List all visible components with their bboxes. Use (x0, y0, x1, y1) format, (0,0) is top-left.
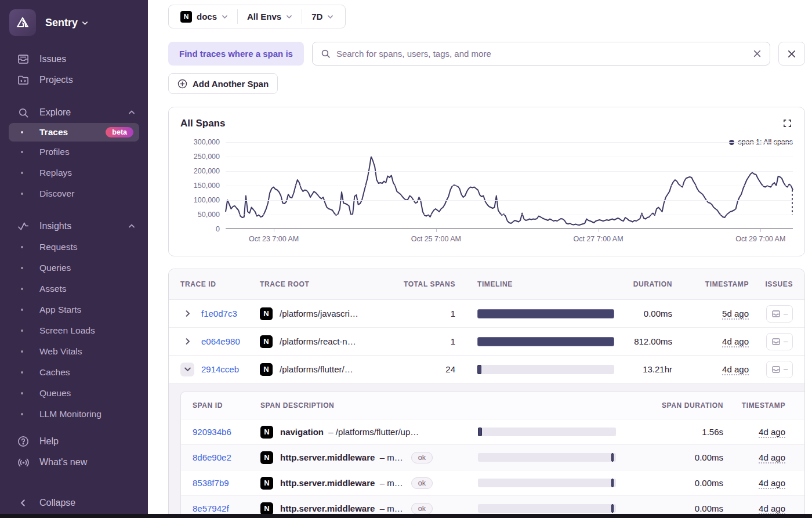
span-operation: navigation (280, 427, 324, 437)
y-axis-tick-label: 100,000 (194, 196, 220, 204)
span-timeline-cell (466, 453, 616, 462)
sidebar-item-assets[interactable]: Assets (0, 278, 148, 299)
sentry-logo-icon (9, 9, 36, 36)
expand-chart-icon[interactable] (782, 118, 793, 129)
sidebar-item-queries[interactable]: Queries (0, 258, 148, 278)
trace-id-link[interactable]: 2914cceb (201, 364, 239, 374)
timestamp-link[interactable]: 4d ago (759, 478, 785, 488)
close-icon (787, 49, 796, 59)
table-row: f1e0d7c3 N /platforms/javascri… 1 0.00ms… (169, 300, 804, 328)
gridline (226, 171, 793, 172)
status-badge: ok (411, 503, 433, 515)
y-axis-tick-label: 300,000 (194, 138, 220, 146)
expand-row-chevron-icon[interactable] (180, 307, 194, 321)
col-timeline: TIMELINE (455, 280, 614, 288)
issues-button[interactable]: – (766, 305, 793, 323)
bullet-icon (21, 309, 23, 311)
sidebar-section-insights[interactable]: Insights (0, 216, 148, 237)
span-id-link[interactable]: 920934b6 (193, 427, 231, 437)
sidebar-item-what-s-new[interactable]: What's new (0, 452, 148, 473)
sidebar-item-label: Projects (39, 75, 73, 85)
col-trace-root: TRACE ROOT (260, 280, 401, 288)
project-selector[interactable]: N docs (171, 9, 237, 24)
gridline (226, 186, 793, 186)
broadcast-icon (16, 457, 30, 469)
span-table: SPAN IDSPAN DESCRIPTIONSPAN DURATIONTIME… (180, 392, 804, 518)
add-another-span-button[interactable]: Add Another Span (168, 73, 278, 94)
span-search-input[interactable] (336, 49, 747, 59)
x-axis-tick (599, 229, 599, 232)
sidebar-item-help[interactable]: Help (0, 431, 148, 452)
date-range-selector[interactable]: 7D (302, 9, 343, 24)
gridline (226, 142, 793, 143)
issues-button[interactable]: – (766, 333, 793, 350)
timestamp-link[interactable]: 4d ago (759, 503, 785, 513)
col-timestamp: TIMESTAMP (672, 280, 749, 288)
sidebar-item-label: What's new (39, 457, 87, 468)
span-id-link[interactable]: 8538f7b9 (193, 478, 229, 488)
timestamp-link[interactable]: 4d ago (722, 364, 749, 374)
timestamp-link[interactable]: 5d ago (722, 309, 749, 318)
span-row: 8d6e90e2 N http.server.middleware – m… o… (181, 445, 804, 470)
chevron-down-icon (286, 13, 292, 20)
chart-y-axis: 300,000250,000200,000150,000100,00050,00… (180, 142, 226, 229)
org-switcher[interactable]: Sentry (0, 9, 148, 36)
sidebar-item-issues[interactable]: Issues (0, 49, 148, 70)
total-spans-value: 24 (401, 364, 455, 374)
issues-icon (771, 309, 781, 318)
nextjs-project-icon: N (260, 426, 273, 439)
trace-root: /platforms/react-n… (280, 336, 356, 346)
sidebar-item-discover[interactable]: Discover (0, 183, 148, 204)
sidebar-section-explore[interactable]: Explore (0, 102, 148, 123)
span-id-link[interactable]: 8e57942f (193, 503, 229, 513)
sidebar-item-traces[interactable]: Traces beta (9, 123, 139, 142)
sidebar-item-label: Queues (39, 388, 71, 399)
span-duration-value: 1.56s (616, 427, 723, 437)
timestamp-link[interactable]: 4d ago (759, 452, 785, 462)
projects-icon (16, 74, 30, 86)
chevron-up-icon (128, 223, 135, 230)
trace-root: /platforms/flutter/… (280, 364, 353, 374)
sidebar-item-llm-monitoring[interactable]: LLM Monitoring (0, 404, 148, 425)
span-detail: – m… (380, 478, 403, 488)
timestamp-link[interactable]: 4d ago (759, 427, 785, 437)
bullet-icon (21, 246, 23, 248)
bullet-icon (21, 371, 23, 374)
x-axis-tick-label: Oct 25 7:00 AM (411, 235, 461, 243)
sidebar-item-caches[interactable]: Caches (0, 362, 148, 383)
main-content: N docs All Envs 7D Find traces where a s… (148, 0, 812, 518)
sidebar-item-app-starts[interactable]: App Starts (0, 299, 148, 320)
x-axis-tick-label: Oct 23 7:00 AM (249, 235, 299, 243)
chevron-up-icon (128, 109, 135, 116)
sidebar-item-web-vitals[interactable]: Web Vitals (0, 341, 148, 362)
remove-span-condition-button[interactable] (778, 42, 805, 66)
beta-badge: beta (106, 127, 133, 137)
sidebar-collapse-button[interactable]: Collapse (0, 492, 148, 513)
sidebar-item-requests[interactable]: Requests (0, 237, 148, 258)
sidebar-section-label: Explore (39, 107, 71, 118)
sidebar-item-replays[interactable]: Replays (0, 162, 148, 183)
nextjs-project-icon: N (260, 451, 273, 464)
span-detail: – m… (380, 452, 403, 462)
span-id-link[interactable]: 8d6e90e2 (193, 452, 231, 462)
issues-button[interactable]: – (766, 361, 793, 378)
gridline (226, 157, 793, 157)
timestamp-link[interactable]: 4d ago (722, 336, 749, 346)
clear-search-icon[interactable] (753, 49, 762, 58)
environment-selector[interactable]: All Envs (237, 9, 302, 24)
sidebar-item-screen-loads[interactable]: Screen Loads (0, 320, 148, 341)
date-range-value: 7D (311, 12, 322, 21)
expand-row-chevron-icon[interactable] (180, 335, 194, 349)
trace-id-link[interactable]: f1e0d7c3 (201, 309, 237, 318)
sidebar-item-projects[interactable]: Projects (0, 70, 148, 90)
sidebar-item-profiles[interactable]: Profiles (0, 142, 148, 162)
expand-row-chevron-icon[interactable] (180, 363, 194, 376)
sidebar-item-label: Issues (39, 54, 66, 64)
org-name: Sentry (45, 17, 78, 29)
issues-icon (771, 337, 781, 346)
bottom-edge-strip (0, 514, 812, 518)
trace-id-link[interactable]: e064e980 (201, 336, 240, 346)
bullet-icon (21, 172, 23, 174)
col-span-description: SPAN DESCRIPTION (260, 401, 466, 410)
sidebar-item-queues[interactable]: Queues (0, 383, 148, 404)
